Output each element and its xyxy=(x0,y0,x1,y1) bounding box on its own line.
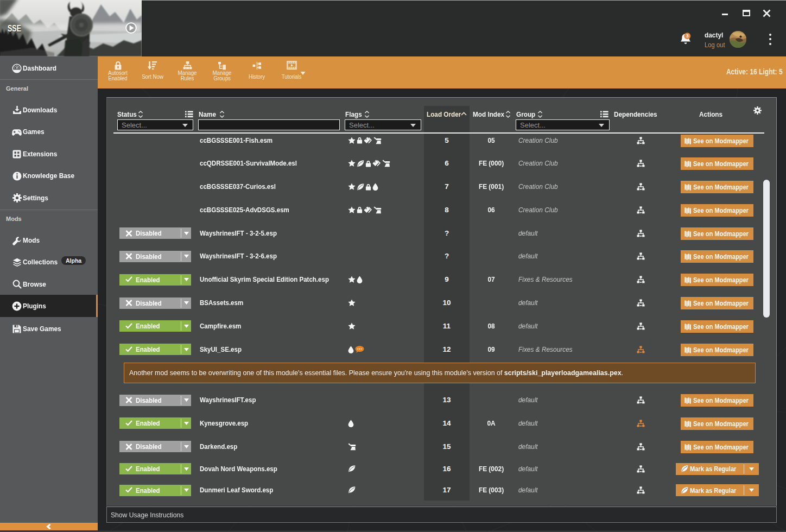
svg-text:SSE: SSE xyxy=(8,23,21,33)
svg-text:3: 3 xyxy=(686,33,689,39)
